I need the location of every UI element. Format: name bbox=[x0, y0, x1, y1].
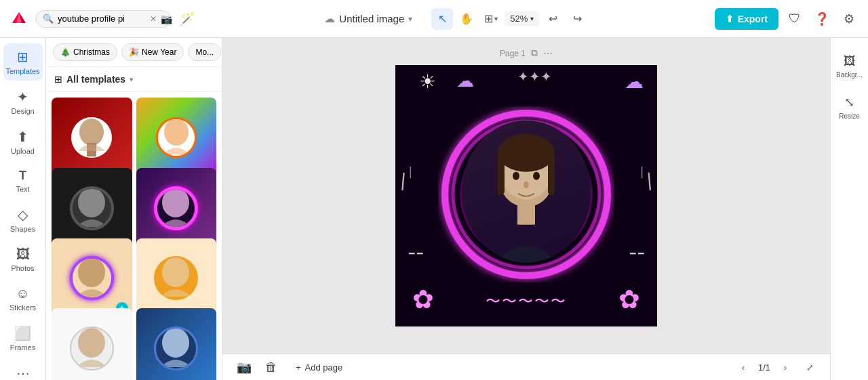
sidebar-item-label: Stickers bbox=[9, 303, 36, 312]
add-page-label: Add page bbox=[305, 362, 343, 373]
search-input[interactable] bbox=[58, 14, 146, 24]
canvas-photo-button[interactable]: 📷 bbox=[233, 356, 255, 378]
clear-icon[interactable]: ✕ bbox=[150, 14, 157, 24]
sidebar: ⊞ Templates ✦ Design ⬆ Upload T Text ◇ S… bbox=[0, 38, 46, 380]
templates-grid: + bbox=[46, 92, 222, 380]
sidebar-item-text[interactable]: T Text bbox=[3, 163, 43, 198]
search-bar[interactable]: 🔍 ✕ 📷 bbox=[35, 10, 171, 28]
svg-point-8 bbox=[162, 328, 189, 358]
design-icon: ✦ bbox=[17, 89, 28, 105]
zoom-dropdown-icon: ▾ bbox=[530, 15, 534, 22]
export-button[interactable]: ⬆ Export bbox=[715, 8, 778, 30]
app-logo[interactable] bbox=[8, 8, 30, 30]
svg-point-6 bbox=[162, 257, 189, 287]
brush-stroke-left: | bbox=[400, 169, 407, 192]
templates-icon: ⊞ bbox=[17, 49, 28, 65]
svg-rect-16 bbox=[548, 154, 555, 195]
background-label: Backgr... bbox=[836, 71, 863, 79]
svg-rect-20 bbox=[517, 205, 535, 225]
sidebar-more-button[interactable]: ⋯ bbox=[3, 360, 43, 380]
sidebar-item-templates[interactable]: ⊞ Templates bbox=[3, 43, 43, 81]
templates-title: All templates bbox=[66, 74, 125, 85]
undo-button[interactable]: ↩ bbox=[542, 8, 564, 30]
search-icon: 🔍 bbox=[43, 14, 54, 24]
christmas-emoji: 🎄 bbox=[60, 47, 71, 57]
zoom-control[interactable]: 52% ▾ bbox=[505, 11, 539, 26]
page-counter: 1/1 bbox=[758, 362, 770, 373]
select-tool-button[interactable]: ↖ bbox=[431, 8, 453, 30]
svg-point-14 bbox=[498, 134, 555, 172]
sidebar-item-design[interactable]: ✦ Design bbox=[3, 83, 43, 121]
canvas-delete-button[interactable]: 🗑 bbox=[260, 356, 282, 378]
layout-tool-button[interactable]: ⊞ ▾ bbox=[480, 8, 502, 30]
next-page-button[interactable]: › bbox=[776, 358, 795, 377]
sidebar-item-label: Upload bbox=[11, 147, 35, 155]
cloud-icon: ☁ bbox=[324, 12, 335, 25]
filter-chip-newyear[interactable]: 🎉 New Year bbox=[121, 43, 184, 61]
sidebar-item-stickers[interactable]: ☺ Stickers bbox=[3, 280, 43, 317]
hand-tool-button[interactable]: ✋ bbox=[456, 8, 477, 30]
brush-stroke-left2: | bbox=[409, 165, 412, 179]
canvas-frame[interactable]: ☀ ☁ ✦✦✦ ☁ bbox=[395, 65, 657, 326]
sidebar-item-label: Templates bbox=[5, 67, 39, 75]
shield-icon[interactable]: 🛡 bbox=[784, 8, 806, 30]
background-tool[interactable]: 🖼 Backgr... bbox=[833, 49, 866, 84]
svg-point-4 bbox=[162, 188, 189, 217]
template-card[interactable] bbox=[136, 238, 217, 319]
page-copy-button[interactable]: ⧉ bbox=[531, 47, 538, 59]
sidebar-item-shapes[interactable]: ◇ Shapes bbox=[3, 201, 43, 238]
svg-point-0 bbox=[79, 119, 104, 146]
title-dropdown-icon[interactable]: ▾ bbox=[408, 14, 412, 24]
template-card[interactable] bbox=[136, 98, 217, 178]
page-label: Page 1 bbox=[500, 49, 526, 58]
photos-icon: 🖼 bbox=[16, 247, 30, 262]
settings-icon[interactable]: ⚙ bbox=[838, 8, 860, 30]
page-options-button[interactable]: ⋯ bbox=[543, 48, 553, 59]
all-templates-dropdown[interactable]: ▾ bbox=[130, 75, 134, 84]
svg-point-7 bbox=[78, 328, 105, 358]
filter-chip-more[interactable]: Mo... bbox=[188, 43, 221, 61]
toolbar-icons: ↖ ✋ ⊞ ▾ 52% ▾ ↩ ↪ bbox=[431, 8, 588, 30]
dashes-left: ━ ━ bbox=[409, 248, 422, 259]
template-card[interactable] bbox=[136, 168, 217, 249]
newyear-emoji: 🎉 bbox=[129, 47, 139, 57]
sidebar-item-label: Photos bbox=[11, 264, 34, 272]
help-icon[interactable]: ❓ bbox=[811, 8, 833, 30]
prev-page-button[interactable]: ‹ bbox=[734, 358, 753, 377]
template-card[interactable] bbox=[52, 308, 132, 380]
fullscreen-button[interactable]: ⤢ bbox=[800, 358, 819, 377]
templates-header: ⊞ All templates ▾ bbox=[46, 67, 222, 92]
svg-point-18 bbox=[533, 172, 540, 180]
templates-panel: 🎄 Christmas 🎉 New Year Mo... ⊞ All templ… bbox=[46, 38, 222, 380]
export-label: Export bbox=[738, 14, 768, 24]
magic-wand-button[interactable]: 🪄 bbox=[176, 8, 198, 30]
filter-chip-christmas[interactable]: 🎄 Christmas bbox=[53, 43, 117, 61]
main-layout: ⊞ Templates ✦ Design ⬆ Upload T Text ◇ S… bbox=[0, 38, 868, 380]
template-card[interactable] bbox=[136, 308, 217, 380]
template-card[interactable]: + bbox=[52, 238, 132, 319]
doc-title: Untitled image bbox=[339, 13, 404, 24]
page-label-area: Page 1 ⧉ ⋯ bbox=[500, 47, 553, 59]
page-navigation: ‹ 1/1 › ⤢ bbox=[734, 358, 819, 377]
svg-rect-15 bbox=[498, 154, 505, 195]
template-card[interactable] bbox=[52, 98, 132, 178]
sidebar-item-frames[interactable]: ⬜ Frames bbox=[3, 320, 43, 357]
sidebar-item-label: Shapes bbox=[10, 225, 35, 233]
add-page-button[interactable]: + Add page bbox=[288, 358, 351, 377]
svg-point-3 bbox=[78, 188, 105, 217]
person-photo bbox=[462, 121, 591, 263]
sidebar-item-label: Frames bbox=[10, 343, 35, 352]
zoom-level: 52% bbox=[510, 14, 528, 24]
doodle-cloud2: ☁ bbox=[625, 70, 644, 93]
brush-stroke-right: | bbox=[646, 169, 652, 192]
redo-button[interactable]: ↪ bbox=[566, 8, 588, 30]
background-icon: 🖼 bbox=[844, 54, 856, 68]
resize-tool[interactable]: ⤡ Resize bbox=[833, 89, 866, 125]
svg-point-5 bbox=[78, 257, 105, 287]
template-card[interactable] bbox=[52, 168, 132, 249]
squiggly-lines: 〜〜〜〜〜 bbox=[486, 291, 567, 312]
sidebar-item-photos[interactable]: 🖼 Photos bbox=[3, 241, 43, 278]
sidebar-item-upload[interactable]: ⬆ Upload bbox=[3, 123, 43, 161]
brush-stroke-right2: | bbox=[640, 165, 644, 179]
camera-search-icon[interactable]: 📷 bbox=[161, 14, 172, 24]
